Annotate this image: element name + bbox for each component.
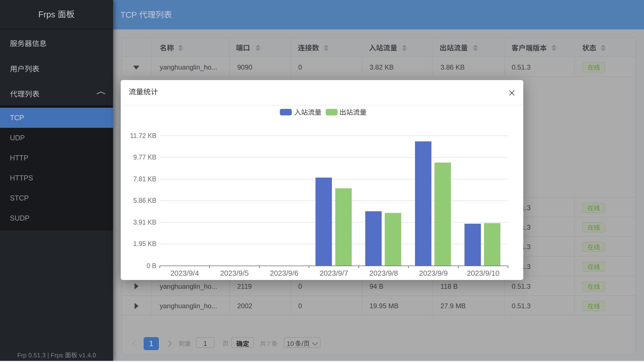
- svg-text:5.86 KB: 5.86 KB: [133, 197, 156, 204]
- svg-text:2023/9/9: 2023/9/9: [419, 269, 448, 277]
- svg-text:9.77 KB: 9.77 KB: [133, 154, 156, 161]
- svg-text:1.95 KB: 1.95 KB: [133, 240, 156, 247]
- svg-text:7.81 KB: 7.81 KB: [133, 175, 156, 183]
- svg-text:11.72 KB: 11.72 KB: [130, 132, 156, 139]
- svg-text:2023/9/8: 2023/9/8: [369, 269, 398, 277]
- svg-text:2023/9/10: 2023/9/10: [467, 269, 500, 277]
- svg-text:2023/9/5: 2023/9/5: [220, 269, 248, 277]
- svg-text:2023/9/7: 2023/9/7: [319, 269, 348, 277]
- svg-text:0 B: 0 B: [146, 262, 156, 270]
- svg-text:2023/9/6: 2023/9/6: [270, 269, 298, 277]
- svg-text:3.91 KB: 3.91 KB: [133, 219, 156, 226]
- svg-text:2023/9/4: 2023/9/4: [170, 269, 199, 277]
